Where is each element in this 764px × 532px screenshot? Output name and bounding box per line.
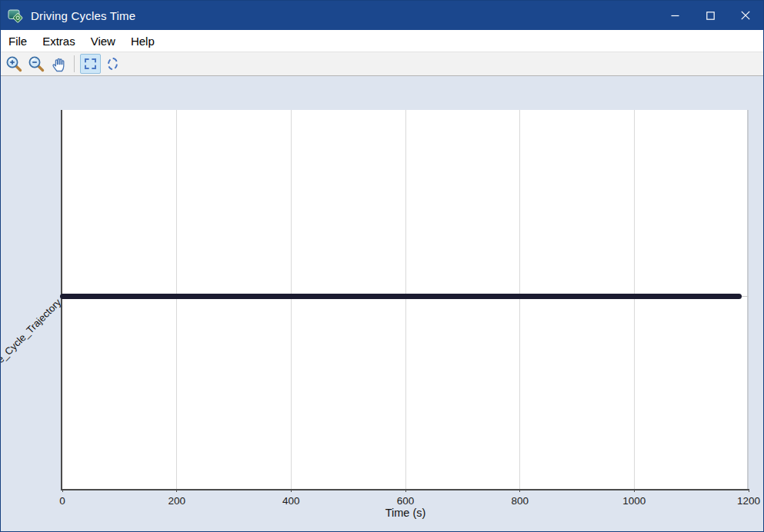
close-button[interactable] <box>728 1 763 30</box>
trajectory-curve <box>60 294 742 299</box>
maximize-button[interactable] <box>692 1 728 30</box>
menu-view[interactable]: View <box>83 32 123 51</box>
x-tick-mark <box>291 489 292 492</box>
vertical-gridline <box>634 110 635 489</box>
x-tick-label: 400 <box>282 495 300 507</box>
menu-extras[interactable]: Extras <box>35 32 83 51</box>
x-tick-mark <box>405 489 406 492</box>
x-tick-mark <box>634 489 635 492</box>
x-tick-label: 600 <box>397 495 415 507</box>
close-icon <box>741 11 750 20</box>
vertical-gridline <box>291 110 292 489</box>
window-title: Driving Cycles Time <box>31 9 135 22</box>
y-axis-title: Simple_Cycle_Trajectory <box>0 297 63 383</box>
minimize-button[interactable] <box>657 1 692 30</box>
plot-content: Simple_Cycle_Trajectory 0200400600800100… <box>1 76 763 531</box>
x-tick-label: 1000 <box>622 495 646 507</box>
x-tick-label: 200 <box>168 495 185 507</box>
x-tick-label: 800 <box>511 495 529 507</box>
maximize-icon <box>706 12 715 20</box>
toolbar <box>1 52 763 76</box>
rectangle-zoom-button[interactable] <box>80 54 101 74</box>
x-tick-mark <box>749 489 749 492</box>
pan-button[interactable] <box>48 54 69 74</box>
x-tick-label: 0 <box>59 495 65 507</box>
x-tick-mark <box>62 489 63 492</box>
zoom-out-button[interactable] <box>26 54 47 74</box>
hand-icon <box>50 55 68 73</box>
zoom-in-button[interactable] <box>4 54 25 74</box>
dashed-rectangle-icon <box>85 58 96 69</box>
vertical-gridline <box>176 110 177 489</box>
x-tick-mark <box>519 489 520 492</box>
x-tick-label: 1200 <box>737 495 760 507</box>
app-window: Driving Cycles Time File Extras <box>0 0 764 532</box>
toolbar-separator <box>74 55 75 72</box>
titlebar[interactable]: Driving Cycles Time <box>1 1 763 30</box>
minimize-icon <box>671 12 679 20</box>
magnifier-minus-icon <box>28 55 45 73</box>
vertical-gridline <box>747 110 749 489</box>
vertical-gridline <box>519 110 520 489</box>
x-axis-title: Time (s) <box>385 507 426 519</box>
vertical-gridline <box>405 110 406 489</box>
magnifier-plus-icon <box>5 55 23 73</box>
ellipse-zoom-button[interactable] <box>102 54 123 74</box>
dashed-ellipse-icon <box>107 57 118 71</box>
menu-help[interactable]: Help <box>123 32 162 51</box>
y-axis-line <box>61 110 62 489</box>
menu-file[interactable]: File <box>1 32 35 51</box>
caption-buttons <box>657 1 763 30</box>
plot-window-icon <box>8 8 24 24</box>
plot-canvas[interactable] <box>62 110 749 489</box>
x-tick-mark <box>176 489 177 492</box>
menubar: File Extras View Help <box>1 30 763 52</box>
